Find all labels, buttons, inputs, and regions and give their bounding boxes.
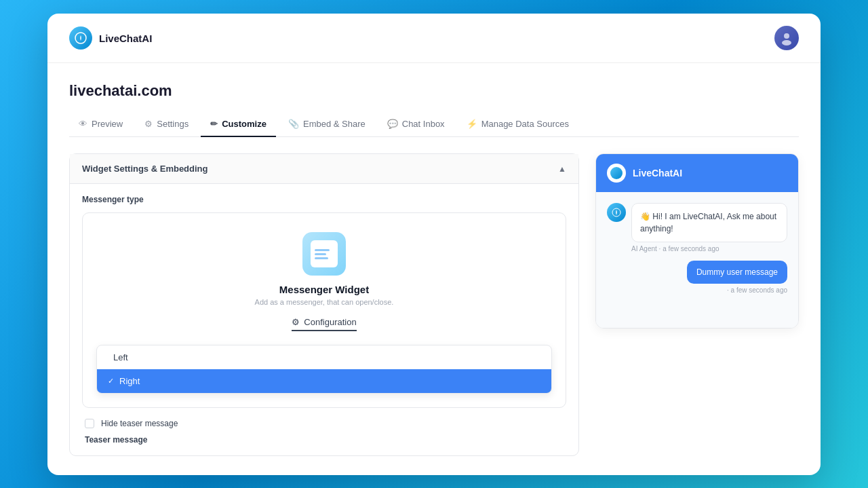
tab-embed[interactable]: 📎 Embed & Share xyxy=(279,113,375,137)
bot-bubble: 👋 Hi! I am LiveChatAI, Ask me about anyt… xyxy=(631,203,787,242)
chat-header-title: LiveChatAI xyxy=(633,168,682,179)
dropdown-container: Left ✓ Right xyxy=(96,341,552,394)
bot-message-content: 👋 Hi! I am LiveChatAI, Ask me about anyt… xyxy=(631,203,787,252)
logo-area: LiveChatAI xyxy=(69,26,152,50)
main-window: LiveChatAI livechatai.com 👁 Preview ⚙ Se… xyxy=(47,14,821,475)
svg-point-1 xyxy=(784,33,789,39)
icon-line-1 xyxy=(315,249,330,251)
embed-icon: 📎 xyxy=(288,119,299,129)
chat-inbox-icon: 💬 xyxy=(387,119,398,129)
messenger-card-title: Messenger Widget xyxy=(279,284,369,295)
chat-header: LiveChatAI xyxy=(596,154,798,192)
align-dropdown-list[interactable]: Left ✓ Right xyxy=(96,345,552,394)
tab-data-sources[interactable]: ⚡ Manage Data Sources xyxy=(457,113,578,137)
configuration-button[interactable]: ⚙ Configuration xyxy=(292,317,356,331)
content: livechatai.com 👁 Preview ⚙ Settings ✏ Cu… xyxy=(47,63,821,475)
icon-line-2 xyxy=(315,253,326,255)
hide-teaser-label: Hide teaser message xyxy=(101,419,178,428)
bot-avatar xyxy=(607,203,626,222)
widget-section-header: Widget Settings & Embedding ▲ xyxy=(70,154,578,184)
collapse-icon[interactable]: ▲ xyxy=(558,164,566,174)
bot-message-row: 👋 Hi! I am LiveChatAI, Ask me about anyt… xyxy=(607,203,787,252)
hide-teaser-row: Hide teaser message xyxy=(82,419,566,428)
preview-icon: 👁 xyxy=(79,119,87,129)
user-bubble: Dummy user message xyxy=(687,261,787,284)
customize-icon: ✏ xyxy=(210,119,218,129)
teaser-message-label: Teaser message xyxy=(82,435,566,445)
nav-tabs: 👁 Preview ⚙ Settings ✏ Customize 📎 Embed… xyxy=(69,113,799,137)
tab-preview[interactable]: 👁 Preview xyxy=(69,113,132,137)
data-sources-icon: ⚡ xyxy=(467,119,477,129)
svg-point-2 xyxy=(782,40,791,45)
hide-teaser-checkbox[interactable] xyxy=(85,419,94,428)
dropdown-option-right[interactable]: ✓ Right xyxy=(97,369,551,393)
widget-section: Widget Settings & Embedding ▲ Messenger … xyxy=(69,153,579,456)
tab-chat-inbox[interactable]: 💬 Chat Inbox xyxy=(378,113,454,137)
messenger-icon-wrap xyxy=(302,232,346,276)
logo-icon xyxy=(69,26,92,50)
icon-line-3 xyxy=(315,257,328,259)
chat-logo-inner xyxy=(610,167,623,179)
right-option-check: ✓ xyxy=(108,377,114,386)
settings-icon: ⚙ xyxy=(144,119,153,129)
dropdown-option-left[interactable]: Left xyxy=(97,345,551,369)
chat-logo xyxy=(607,164,626,183)
user-meta: · a few seconds ago xyxy=(607,286,787,294)
chat-body: 👋 Hi! I am LiveChatAI, Ask me about anyt… xyxy=(596,192,798,328)
widget-section-body: Messenger type Messenger Widget xyxy=(70,184,578,455)
left-panel: Widget Settings & Embedding ▲ Messenger … xyxy=(69,153,579,456)
chat-preview: LiveChatAI 👋 Hi! I xyxy=(595,153,799,329)
avatar[interactable] xyxy=(774,26,799,50)
right-panel: LiveChatAI 👋 Hi! I xyxy=(595,153,799,456)
sliders-icon: ⚙ xyxy=(292,317,300,327)
user-message-row: Dummy user message xyxy=(607,261,787,284)
logo-text: LiveChatAI xyxy=(99,33,152,44)
messenger-card-subtitle: Add as a messenger, that can open/close. xyxy=(255,298,394,306)
widget-section-title: Widget Settings & Embedding xyxy=(82,164,208,174)
messenger-type-label: Messenger type xyxy=(82,195,566,204)
page-title: livechatai.com xyxy=(69,82,799,100)
tab-customize[interactable]: ✏ Customize xyxy=(201,113,276,137)
header: LiveChatAI xyxy=(47,14,821,63)
main-layout: Widget Settings & Embedding ▲ Messenger … xyxy=(69,153,799,456)
messenger-icon-inner xyxy=(311,240,338,267)
tab-settings[interactable]: ⚙ Settings xyxy=(135,113,198,137)
messenger-card: Messenger Widget Add as a messenger, tha… xyxy=(82,212,566,408)
agent-meta: AI Agent · a few seconds ago xyxy=(631,245,787,252)
